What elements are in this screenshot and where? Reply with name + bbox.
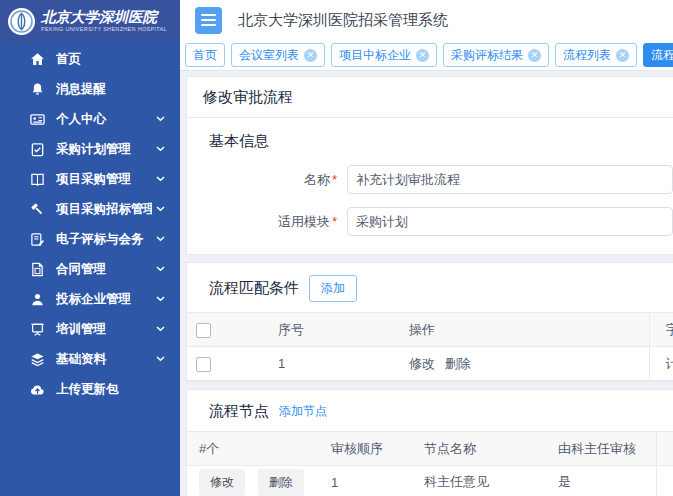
nodes-section-title: 流程节点 xyxy=(209,402,269,421)
contract-icon xyxy=(30,262,45,277)
node-dept-head: 是 xyxy=(546,466,656,496)
close-icon[interactable]: ✕ xyxy=(528,49,541,62)
column-cutoff: 字 xyxy=(649,313,673,347)
bell-icon xyxy=(30,82,45,97)
column-node-dept-head: 由科主任审核 xyxy=(546,432,656,466)
clipboard-check-icon xyxy=(30,142,45,157)
sidebar-item-base-data[interactable]: 基础资料 xyxy=(0,344,180,374)
chevron-down-icon xyxy=(156,236,165,242)
basic-info-section-title: 基本信息 xyxy=(187,118,673,151)
hospital-name: 北京大学深圳医院 xyxy=(41,10,167,25)
name-input[interactable] xyxy=(347,165,673,194)
hospital-logo-icon xyxy=(7,7,36,36)
sidebar-item-personal-center[interactable]: 个人中心 xyxy=(0,104,180,134)
chevron-down-icon xyxy=(156,146,165,152)
column-seq: 序号 xyxy=(262,313,393,347)
close-icon[interactable]: ✕ xyxy=(416,49,429,62)
hospital-name-en: PEKING UNIVERSITY SHENZHEN HOSPITAL xyxy=(41,27,167,33)
chevron-down-icon xyxy=(156,296,165,302)
node-name: 科主任意见 xyxy=(412,466,546,496)
name-field-label: 名称 xyxy=(304,172,330,187)
column-node-order: 审核顺序 xyxy=(319,432,412,466)
presentation-icon xyxy=(30,322,45,337)
sidebar: 北京大学深圳医院 PEKING UNIVERSITY SHENZHEN HOSP… xyxy=(0,0,180,496)
tab-process-list[interactable]: 流程列表 ✕ xyxy=(555,43,637,67)
tab-process[interactable]: 流程 ✕ xyxy=(643,43,673,67)
column-actions: 操作 xyxy=(393,313,649,347)
nodes-card: 流程节点 添加节点 #个 审核顺序 节点名称 由科主任审核 修改 删除 xyxy=(186,389,673,496)
sidebar-item-bidder-management[interactable]: 投标企业管理 xyxy=(0,284,180,314)
main-content: 修改审批流程 基本信息 名称* 适用模块* 流程匹配条件 添加 序号 xyxy=(180,71,673,496)
cloud-upload-icon xyxy=(30,382,45,397)
tab-meeting-room-list[interactable]: 会议室列表 ✕ xyxy=(231,43,325,67)
layers-icon xyxy=(30,352,45,367)
close-icon[interactable]: ✕ xyxy=(304,49,317,62)
sidebar-item-project-bidding[interactable]: 项目采购招标管理 xyxy=(0,194,180,224)
chevron-down-icon xyxy=(156,266,165,272)
condition-seq: 1 xyxy=(262,347,393,381)
sidebar-item-contract[interactable]: 合同管理 xyxy=(0,254,180,284)
tab-home[interactable]: 首页 xyxy=(185,43,225,67)
edit-condition-link[interactable]: 修改 xyxy=(409,356,435,371)
basic-info-card: 修改审批流程 基本信息 名称* 适用模块* xyxy=(186,76,673,255)
sidebar-item-training[interactable]: 培训管理 xyxy=(0,314,180,344)
add-condition-button[interactable]: 添加 xyxy=(309,275,357,302)
sidebar-menu: 首页 消息提醒 个人中心 采购计划管理 项目采购管理 xyxy=(0,42,180,404)
gavel-icon xyxy=(30,202,45,217)
chevron-down-icon xyxy=(156,326,165,332)
condition-row: 1 修改 删除 计 xyxy=(187,347,673,381)
module-input[interactable] xyxy=(347,207,673,236)
node-order: 1 xyxy=(319,466,412,496)
chevron-down-icon xyxy=(156,356,165,362)
conditions-header-row: 序号 操作 字 xyxy=(187,313,673,347)
column-node-ops: #个 xyxy=(187,432,319,466)
conditions-table: 序号 操作 字 1 修改 删除 计 xyxy=(187,312,673,381)
document-pen-icon xyxy=(30,232,45,247)
app-title: 北京大学深圳医院招采管理系统 xyxy=(238,11,448,30)
sidebar-item-project-procurement[interactable]: 项目采购管理 xyxy=(0,164,180,194)
conditions-card: 流程匹配条件 添加 序号 操作 字 1 修改 删除 xyxy=(186,262,673,382)
chevron-down-icon xyxy=(156,176,165,182)
sidebar-toggle-button[interactable] xyxy=(195,7,222,34)
module-field-label: 适用模块 xyxy=(278,214,330,229)
required-mark: * xyxy=(332,172,337,187)
hospital-logo: 北京大学深圳医院 PEKING UNIVERSITY SHENZHEN HOSP… xyxy=(0,0,180,42)
sidebar-item-home[interactable]: 首页 xyxy=(0,44,180,74)
sidebar-item-e-evaluation[interactable]: 电子评标与会务 xyxy=(0,224,180,254)
delete-node-button[interactable]: 删除 xyxy=(258,469,304,496)
select-all-checkbox[interactable] xyxy=(196,323,211,338)
sidebar-item-messages[interactable]: 消息提醒 xyxy=(0,74,180,104)
top-header: 北京大学深圳医院招采管理系统 xyxy=(180,0,673,40)
basic-info-form: 名称* 适用模块* xyxy=(187,151,673,254)
sidebar-item-upload-package[interactable]: 上传更新包 xyxy=(0,374,180,404)
page-title: 修改审批流程 xyxy=(187,77,673,118)
node-row: 修改 删除 1 科主任意见 是 xyxy=(187,466,673,496)
nodes-header-row: #个 审核顺序 节点名称 由科主任审核 xyxy=(187,432,673,466)
user-icon xyxy=(30,292,45,307)
edit-node-button[interactable]: 修改 xyxy=(199,469,245,496)
chevron-down-icon xyxy=(156,206,165,212)
name-field-row: 名称* xyxy=(187,165,673,194)
row-checkbox[interactable] xyxy=(196,357,211,372)
open-tabs-bar: 首页 会议室列表 ✕ 项目中标企业 ✕ 采购评标结果 ✕ 流程列表 ✕ 流程 ✕ xyxy=(180,40,673,71)
home-icon xyxy=(30,52,45,67)
delete-condition-link[interactable]: 删除 xyxy=(445,356,471,371)
column-node-name: 节点名称 xyxy=(412,432,546,466)
required-mark: * xyxy=(332,214,337,229)
sidebar-item-procurement-plan[interactable]: 采购计划管理 xyxy=(0,134,180,164)
add-node-link[interactable]: 添加节点 xyxy=(279,403,327,420)
conditions-section-title: 流程匹配条件 xyxy=(209,279,299,298)
close-icon[interactable]: ✕ xyxy=(616,49,629,62)
id-card-icon xyxy=(30,112,45,127)
tab-winning-bidders[interactable]: 项目中标企业 ✕ xyxy=(331,43,437,67)
module-field-row: 适用模块* xyxy=(187,207,673,236)
chevron-down-icon xyxy=(156,116,165,122)
tab-evaluation-results[interactable]: 采购评标结果 ✕ xyxy=(443,43,549,67)
nodes-table: #个 审核顺序 节点名称 由科主任审核 修改 删除 1 科主任意见 是 xyxy=(187,431,673,496)
book-icon xyxy=(30,172,45,187)
condition-cutoff-value: 计 xyxy=(649,347,673,381)
